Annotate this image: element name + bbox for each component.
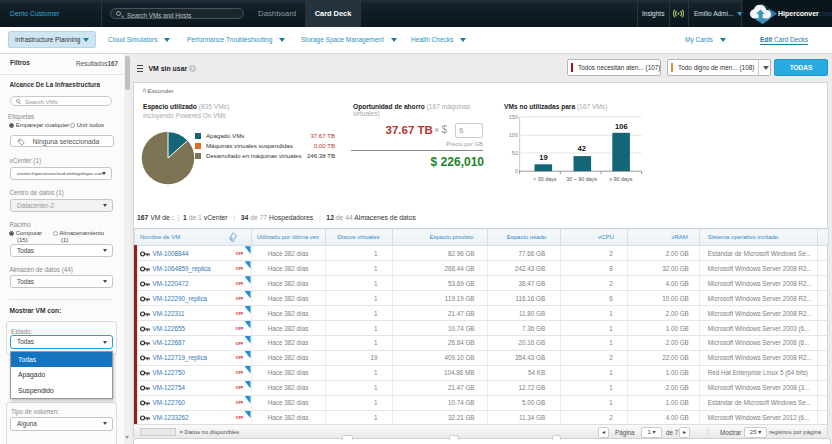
svg-text:50: 50 <box>512 150 518 156</box>
svg-text:42: 42 <box>577 144 585 153</box>
svg-text:< 30 days: < 30 days <box>533 176 557 182</box>
svg-text:≥ 90 days: ≥ 90 days <box>609 176 633 182</box>
svg-text:100: 100 <box>509 132 518 138</box>
svg-text:19: 19 <box>539 153 547 162</box>
svg-text:0: 0 <box>515 168 518 174</box>
svg-text:106: 106 <box>615 122 628 131</box>
svg-text:30 ~ 90 days: 30 ~ 90 days <box>566 176 597 182</box>
svg-text:150: 150 <box>509 114 518 120</box>
